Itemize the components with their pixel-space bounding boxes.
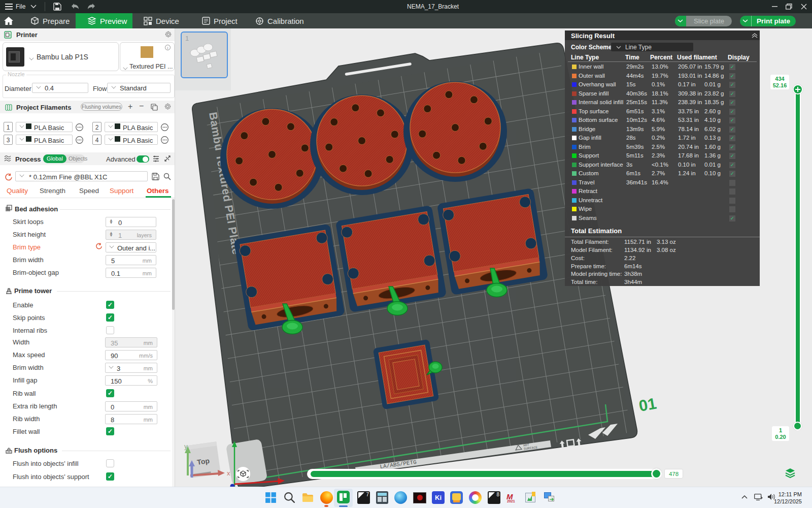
svg-text:Top: Top bbox=[196, 457, 210, 466]
svg-text:x: x bbox=[227, 469, 230, 477]
svg-text:01: 01 bbox=[637, 394, 658, 415]
svg-text:y: y bbox=[184, 442, 188, 450]
